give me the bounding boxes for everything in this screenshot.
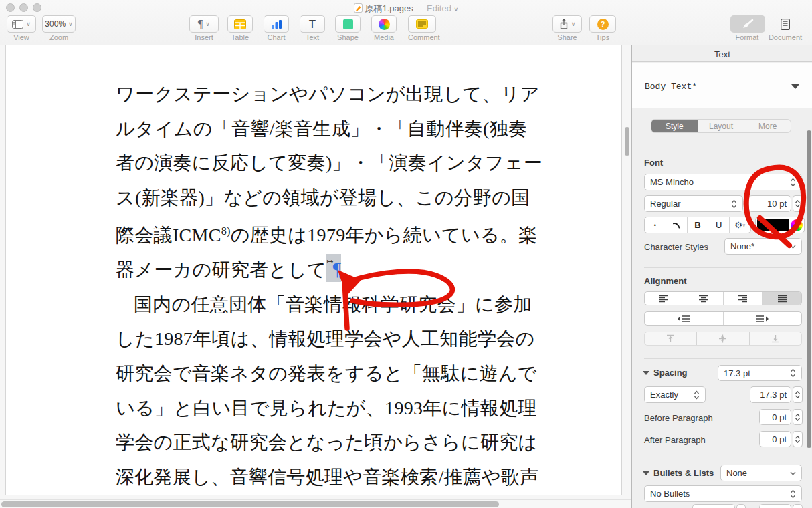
align-bottom-icon [771, 334, 780, 343]
bullets-disclosure-icon[interactable] [643, 471, 649, 475]
footnote-reference: 8) [221, 225, 231, 237]
table-icon [234, 19, 246, 29]
stepper-chevrons-icon [790, 489, 796, 499]
disclosure-triangle-icon [791, 84, 799, 89]
text-color-swatch[interactable] [757, 219, 789, 231]
character-styles-select[interactable]: None* [724, 238, 802, 255]
format-button[interactable] [730, 15, 765, 33]
text-line: ワークステーションやパソコンが出現して、リア [116, 77, 584, 112]
align-left-button[interactable] [645, 292, 684, 305]
tips-button[interactable]: ? [589, 15, 616, 33]
line-spacing-stepper[interactable] [793, 386, 803, 403]
align-right-button[interactable] [724, 292, 763, 305]
underline-button[interactable]: U [708, 217, 730, 233]
align-center-button[interactable] [684, 292, 724, 305]
after-paragraph-stepper[interactable] [793, 431, 803, 447]
bullet-style-select[interactable]: No Bullets [644, 485, 802, 502]
comment-button[interactable] [408, 15, 436, 33]
view-button[interactable]: ∨ [7, 15, 36, 33]
color-wheel-icon[interactable] [791, 219, 803, 231]
text-line: 国内の任意団体「音楽情報科学研究会」に参加 [116, 287, 584, 322]
paragraph-style-selector[interactable]: Body Text* [632, 63, 812, 108]
paragraph-style-name: Body Text* [645, 82, 697, 92]
insert-media-button[interactable] [371, 15, 397, 33]
font-weight-select[interactable]: Regular [644, 195, 743, 212]
decrease-indent-button[interactable] [645, 312, 724, 325]
justify-button[interactable] [763, 292, 801, 305]
pilcrow-icon: ¶ [198, 18, 203, 30]
bullets-section-label: Bullets & Lists [653, 468, 714, 478]
document-horizontal-scrollbar[interactable] [1, 501, 499, 507]
inspector-title: Text [632, 45, 812, 62]
justify-icon [777, 295, 787, 303]
align-top-button[interactable] [645, 332, 697, 345]
chart-icon [271, 19, 282, 29]
insert-table-button[interactable] [227, 15, 253, 33]
bold-button[interactable]: • [645, 217, 666, 233]
bullets-list-select[interactable]: None [720, 465, 802, 481]
after-paragraph-label: After Paragraph [644, 435, 706, 445]
zoom-button[interactable]: 300% ∨ [42, 15, 76, 33]
format-inspector: Text Body Text* Style Layout More Font M… [631, 45, 812, 508]
media-icon [379, 19, 390, 30]
text-line: 深化発展し、音響信号処理や音楽検索/推薦や歌声 [116, 460, 584, 495]
tab-more[interactable]: More [744, 120, 791, 132]
before-paragraph-field[interactable]: 0 pt [759, 409, 791, 425]
gear-icon: ⚙ [734, 220, 742, 230]
comment-icon [416, 19, 428, 29]
window-chrome: 原稿1.pages — Edited ∨ ∨ View 300% ∨ Zoom … [0, 0, 812, 45]
alignment-buttons [644, 291, 802, 305]
insert-text-button[interactable]: T [300, 15, 325, 33]
font-family-select[interactable]: MS Mincho [644, 174, 802, 190]
text-line: 学会の正式な研究会となった頃からさらに研究は [116, 425, 584, 460]
align-middle-icon [718, 334, 727, 343]
align-middle-button[interactable] [697, 332, 749, 345]
paragraph-mark-icon: ¶ [333, 253, 342, 287]
chart-label: Chart [264, 33, 289, 41]
text-line: 際会議ICMC8)の歴史は1979年から続いている。楽 [116, 215, 584, 253]
document-button[interactable] [768, 15, 803, 33]
alignment-section-label: Alignment [644, 276, 687, 286]
text-color-well[interactable] [755, 217, 805, 233]
text-icon: T [309, 19, 316, 30]
advanced-options-button[interactable]: ⚙ ∨ [730, 217, 750, 233]
stepper-chevrons-icon [790, 178, 796, 187]
before-paragraph-label: Before Paragraph [644, 413, 713, 423]
spacing-mode-select[interactable]: Exactly [644, 386, 706, 403]
inspector-scrollbar[interactable] [807, 130, 811, 448]
stepper-chevrons-icon [731, 199, 737, 209]
tab-style[interactable]: Style [651, 120, 698, 132]
text-line: ス(新楽器)」などの領域が登場し、この分野の国 [116, 180, 584, 215]
spacing-preset-select[interactable]: 17.3 pt [718, 365, 802, 381]
font-size-field[interactable]: 10 pt [748, 195, 791, 212]
character-format-buttons: • B U ⚙ ∨ [644, 217, 751, 233]
document-title: 原稿1.pages [365, 3, 413, 13]
tab-layout[interactable]: Layout [698, 120, 744, 132]
after-paragraph-field[interactable]: 0 pt [759, 431, 791, 447]
document-page[interactable]: ワークステーションやパソコンが出現して、リア ルタイムの「音響/楽音生成」・「自… [5, 45, 622, 495]
before-paragraph-stepper[interactable] [793, 409, 803, 425]
insert-chart-button[interactable] [264, 15, 289, 33]
spacing-mode-value: Exactly [650, 390, 678, 400]
selected-invisible-characters[interactable]: ↦¶ [326, 254, 341, 282]
text-line: した1987年頃は、情報処理学会や人工知能学会の [116, 322, 584, 356]
share-button[interactable]: ∨ [552, 15, 582, 33]
view-panel-icon [12, 20, 23, 29]
font-family-value: MS Mincho [650, 177, 694, 187]
inspector-tabs: Style Layout More [651, 119, 791, 133]
text-line: いる」と白い目で見られたが、1993年に情報処理 [116, 391, 584, 426]
spacing-disclosure-icon[interactable] [643, 371, 649, 375]
align-bottom-button[interactable] [750, 332, 801, 345]
insert-button[interactable]: ¶ ∨ [189, 15, 219, 33]
font-size-stepper[interactable] [793, 195, 803, 212]
line-spacing-field[interactable]: 17.3 pt [750, 386, 791, 403]
spacing-preset-value: 17.3 pt [724, 368, 750, 378]
italic-button[interactable] [666, 217, 688, 233]
chevron-down-icon [790, 245, 796, 249]
insert-shape-button[interactable] [335, 15, 361, 33]
increase-indent-button[interactable] [724, 312, 802, 325]
bold-b-button[interactable]: B [688, 217, 709, 233]
edited-label: — Edited [415, 3, 451, 13]
document-vertical-scrollbar[interactable] [625, 127, 629, 156]
document-text: ワークステーションやパソコンが出現して、リア ルタイムの「音響/楽音生成」・「自… [116, 77, 584, 494]
